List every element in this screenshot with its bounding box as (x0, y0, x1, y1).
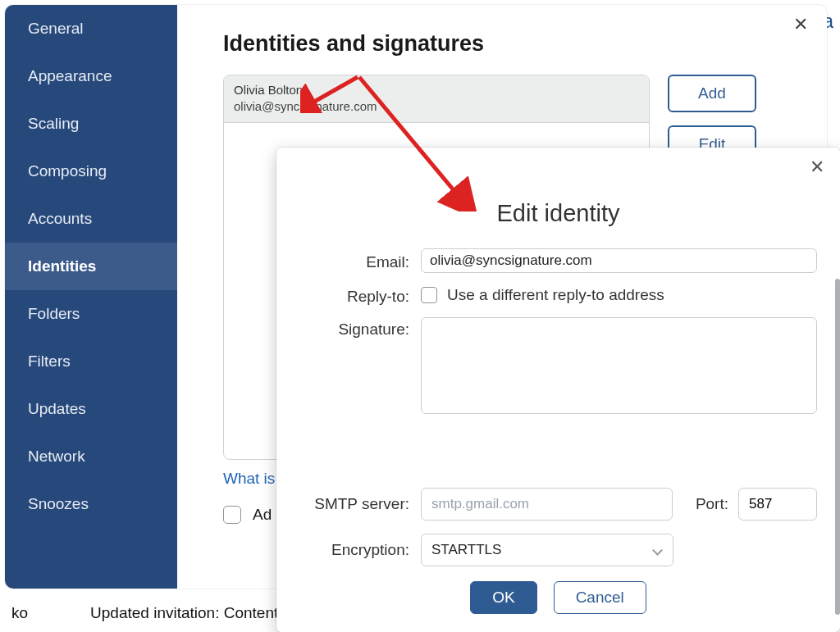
sidebar-item-identities[interactable]: Identities (5, 243, 177, 290)
additional-label: Ad (253, 506, 272, 524)
label-reply-to: Reply-to: (299, 284, 421, 306)
sidebar-item-general[interactable]: General (5, 5, 177, 52)
sidebar-item-scaling[interactable]: Scaling (5, 100, 177, 148)
settings-sidebar: General Appearance Scaling Composing Acc… (5, 5, 177, 589)
reply-to-checkbox[interactable] (421, 287, 437, 303)
sidebar-item-folders[interactable]: Folders (5, 290, 177, 338)
sidebar-item-snoozes[interactable]: Snoozes (5, 480, 177, 528)
label-signature: Signature: (299, 317, 421, 339)
label-email: Email: (299, 250, 421, 271)
encryption-select[interactable]: STARTTLS (421, 534, 673, 566)
identity-row-email: olivia@syncsignature.com (234, 98, 639, 115)
sidebar-item-accounts[interactable]: Accounts (5, 195, 177, 243)
what-is-link[interactable]: What is (223, 470, 275, 488)
edit-identity-dialog: ✕ Edit identity Email: Reply-to: Use a d… (276, 148, 840, 632)
dialog-scrollbar[interactable] (835, 279, 840, 615)
cancel-button[interactable]: Cancel (554, 581, 646, 614)
sidebar-item-appearance[interactable]: Appearance (5, 52, 177, 100)
edit-identity-close-icon[interactable]: ✕ (809, 159, 825, 175)
smtp-server-input[interactable] (421, 488, 673, 521)
sidebar-item-filters[interactable]: Filters (5, 338, 177, 385)
additional-checkbox[interactable] (223, 506, 241, 524)
edit-identity-title: Edit identity (299, 200, 817, 227)
label-port: Port: (673, 495, 738, 513)
label-smtp: SMTP server: (299, 495, 421, 513)
page-title: Identities and signatures (223, 31, 797, 57)
footer-invite: Updated invitation: Content S (90, 604, 293, 622)
ok-button[interactable]: OK (470, 581, 536, 614)
reply-to-text: Use a different reply-to address (447, 286, 664, 304)
label-encryption: Encryption: (299, 541, 421, 559)
sidebar-item-composing[interactable]: Composing (5, 148, 177, 195)
sidebar-item-network[interactable]: Network (5, 433, 177, 480)
sidebar-item-updates[interactable]: Updates (5, 385, 177, 433)
footer-ko: ko (11, 604, 28, 622)
identity-row[interactable]: Olivia Bolton olivia@syncsignature.com (224, 75, 649, 123)
email-input[interactable] (421, 248, 817, 273)
identity-row-name: Olivia Bolton (234, 82, 639, 98)
add-identity-button[interactable]: Add (668, 75, 756, 112)
signature-textarea[interactable] (421, 317, 817, 414)
port-input[interactable] (738, 488, 817, 521)
encryption-value: STARTTLS (431, 542, 501, 558)
chevron-down-icon (652, 545, 663, 556)
